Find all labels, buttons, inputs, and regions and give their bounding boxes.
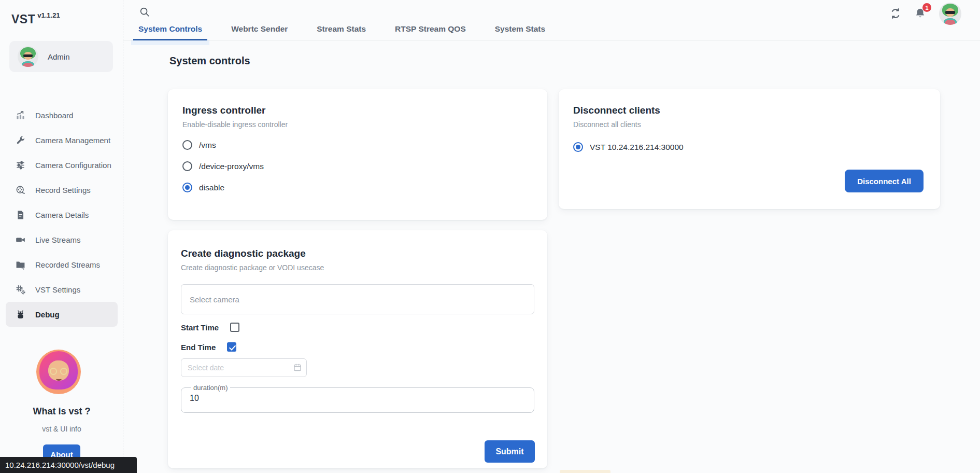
bottom-edge-element — [560, 470, 610, 473]
sidebar-item-label: Live Streams — [35, 235, 81, 244]
radio-option-vst-client[interactable]: VST 10.24.216.214:30000 — [573, 142, 926, 152]
sidebar-item-record-settings[interactable]: Record Settings — [0, 177, 123, 202]
sidebar-item-label: Record Settings — [35, 186, 91, 194]
header: System Controls Webrtc Sender Stream Sta… — [123, 0, 980, 40]
app-version: v1.1.21 — [37, 11, 60, 19]
client-label: VST 10.24.216.214:30000 — [590, 143, 684, 152]
sidebar-item-camera-configuration[interactable]: Camera Configuration — [0, 152, 123, 177]
card-subtitle: Disconnect all clients — [573, 120, 926, 129]
end-time-row: End Time — [181, 342, 534, 352]
browser-status-url: 10.24.216.214:30000/vst/debug — [0, 457, 137, 473]
sidebar-item-dashboard[interactable]: Dashboard — [0, 103, 123, 128]
radio-icon-checked[interactable] — [573, 142, 583, 152]
radio-label: disable — [199, 183, 224, 192]
start-time-checkbox[interactable] — [230, 323, 239, 332]
header-user-avatar[interactable] — [939, 3, 961, 25]
tab-system-stats[interactable]: System Stats — [490, 18, 550, 40]
sliders-icon — [16, 160, 25, 170]
end-time-label: End Time — [181, 343, 216, 352]
header-actions: 1 — [889, 0, 961, 27]
card-title: Create diagnostic package — [181, 248, 534, 259]
sidebar-item-camera-details[interactable]: Camera Details — [0, 202, 123, 227]
card-title: Ingress controller — [182, 105, 533, 116]
tab-rtsp-stream-qos[interactable]: RTSP Stream QOS — [390, 18, 471, 40]
user-avatar — [18, 46, 38, 67]
wrench-icon — [16, 135, 25, 145]
sidebar-item-recorded-streams[interactable]: Recorded Streams — [0, 252, 123, 277]
ingress-controller-card: Ingress controller Enable-disable ingres… — [168, 89, 547, 220]
notification-badge: 1 — [922, 3, 931, 12]
card-title: Disconnect clients — [573, 105, 926, 116]
sidebar-item-label: Recorded Streams — [35, 260, 100, 269]
start-time-label: Start Time — [181, 323, 219, 332]
user-profile-card[interactable]: Admin — [9, 41, 113, 72]
sidebar-nav: Dashboard Camera Management Camera Confi… — [0, 103, 123, 327]
promo-subtitle: vst & UI info — [0, 425, 123, 433]
notifications-bell-icon[interactable]: 1 — [914, 7, 927, 20]
sync-icon[interactable] — [889, 7, 902, 20]
folder-play-icon — [16, 260, 25, 270]
sidebar-item-label: Dashboard — [35, 111, 73, 120]
sidebar-item-label: Camera Details — [35, 211, 89, 219]
dashboard-icon — [16, 110, 25, 120]
sidebar: VSTv1.1.21 Admin Dashboard Camera Manage… — [0, 0, 123, 473]
disconnect-all-button[interactable]: Disconnect All — [845, 170, 924, 192]
calendar-icon — [293, 363, 302, 371]
end-time-checkbox[interactable] — [227, 342, 236, 352]
gears-icon — [16, 285, 25, 295]
radio-label: /vms — [199, 141, 216, 150]
card-subtitle: Enable-disable ingress controller — [182, 120, 533, 129]
duration-input[interactable] — [188, 392, 528, 403]
sidebar-item-label: Debug — [35, 310, 60, 319]
bug-icon — [16, 310, 25, 319]
select-date-input[interactable] — [181, 358, 307, 377]
card-subtitle: Create diagnostic package or VODI usecas… — [181, 263, 534, 272]
sidebar-item-debug[interactable]: Debug — [6, 302, 118, 327]
submit-button[interactable]: Submit — [485, 440, 535, 463]
sidebar-item-live-streams[interactable]: Live Streams — [0, 227, 123, 252]
sidebar-item-vst-settings[interactable]: VST Settings — [0, 277, 123, 302]
tab-webrtc-sender[interactable]: Webrtc Sender — [226, 18, 293, 40]
sidebar-item-camera-management[interactable]: Camera Management — [0, 128, 123, 152]
duration-label: duration(m) — [191, 384, 230, 392]
tab-stream-stats[interactable]: Stream Stats — [311, 18, 371, 40]
radio-icon[interactable] — [182, 140, 192, 150]
radio-option-device-proxy-vms[interactable]: /device-proxy/vms — [182, 161, 533, 171]
promo-title: What is vst ? — [0, 406, 123, 417]
user-name: Admin — [48, 52, 70, 61]
select-camera-input[interactable] — [181, 284, 534, 314]
disconnect-clients-card: Disconnect clients Disconnect all client… — [559, 89, 940, 209]
page-title: System controls — [169, 55, 250, 67]
film-reel-icon — [16, 185, 25, 195]
tab-system-controls[interactable]: System Controls — [133, 18, 207, 40]
mascot-avatar — [36, 350, 81, 394]
radio-icon[interactable] — [182, 161, 192, 171]
duration-field: duration(m) — [181, 384, 534, 413]
date-picker — [181, 358, 307, 377]
radio-option-vms[interactable]: /vms — [182, 140, 533, 150]
video-camera-icon — [16, 235, 25, 245]
radio-icon-checked[interactable] — [182, 183, 192, 192]
tab-bar: System Controls Webrtc Sender Stream Sta… — [133, 18, 550, 40]
radio-option-disable[interactable]: disable — [182, 183, 533, 192]
document-icon — [16, 210, 25, 220]
search-icon[interactable] — [139, 6, 150, 18]
sidebar-item-label: Camera Configuration — [35, 161, 111, 170]
app-logo: VSTv1.1.21 — [11, 12, 60, 26]
sidebar-item-label: Camera Management — [35, 136, 110, 145]
sidebar-item-label: VST Settings — [35, 285, 80, 294]
radio-label: /device-proxy/vms — [199, 162, 264, 171]
app-name: VST — [11, 12, 35, 26]
start-time-row: Start Time — [181, 323, 534, 332]
create-diagnostic-package-card: Create diagnostic package Create diagnos… — [168, 230, 547, 468]
